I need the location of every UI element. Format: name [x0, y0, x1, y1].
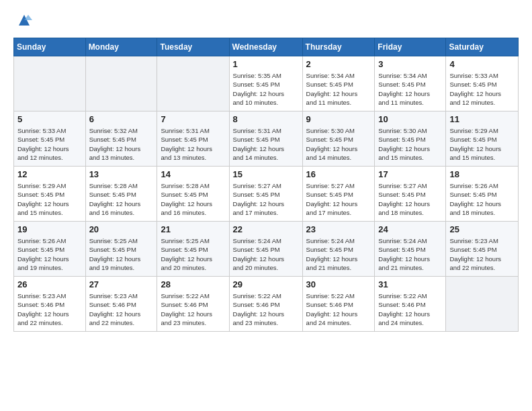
day-info: Sunrise: 5:22 AM Sunset: 5:46 PM Dayligh… [233, 291, 299, 327]
day-cell-4: 4Sunrise: 5:33 AM Sunset: 5:45 PM Daylig… [446, 56, 519, 111]
empty-cell [14, 56, 86, 111]
week-row-3: 12Sunrise: 5:29 AM Sunset: 5:45 PM Dayli… [14, 167, 519, 222]
day-cell-16: 16Sunrise: 5:27 AM Sunset: 5:45 PM Dayli… [302, 167, 375, 222]
day-info: Sunrise: 5:26 AM Sunset: 5:45 PM Dayligh… [17, 236, 82, 272]
day-info: Sunrise: 5:27 AM Sunset: 5:45 PM Dayligh… [306, 181, 371, 217]
day-info: Sunrise: 5:32 AM Sunset: 5:45 PM Dayligh… [89, 126, 154, 162]
day-cell-15: 15Sunrise: 5:27 AM Sunset: 5:45 PM Dayli… [229, 167, 302, 222]
day-info: Sunrise: 5:31 AM Sunset: 5:45 PM Dayligh… [233, 126, 299, 162]
day-info: Sunrise: 5:33 AM Sunset: 5:45 PM Dayligh… [449, 71, 515, 107]
day-number: 9 [306, 114, 371, 124]
day-info: Sunrise: 5:23 AM Sunset: 5:46 PM Dayligh… [89, 291, 154, 327]
day-cell-27: 27Sunrise: 5:23 AM Sunset: 5:46 PM Dayli… [85, 277, 157, 332]
day-number: 24 [378, 224, 442, 234]
weekday-header-tuesday: Tuesday [157, 38, 229, 56]
weekday-header-sunday: Sunday [14, 38, 86, 56]
week-row-1: 1Sunrise: 5:35 AM Sunset: 5:45 PM Daylig… [14, 56, 519, 111]
day-info: Sunrise: 5:25 AM Sunset: 5:45 PM Dayligh… [161, 236, 225, 272]
day-cell-17: 17Sunrise: 5:27 AM Sunset: 5:45 PM Dayli… [375, 167, 446, 222]
day-info: Sunrise: 5:27 AM Sunset: 5:45 PM Dayligh… [378, 181, 442, 217]
day-cell-9: 9Sunrise: 5:30 AM Sunset: 5:45 PM Daylig… [302, 111, 375, 167]
day-cell-2: 2Sunrise: 5:34 AM Sunset: 5:45 PM Daylig… [302, 56, 375, 111]
page: SundayMondayTuesdayWednesdayThursdayFrid… [0, 0, 532, 342]
day-number: 28 [161, 279, 225, 289]
day-number: 16 [306, 169, 371, 179]
day-info: Sunrise: 5:22 AM Sunset: 5:46 PM Dayligh… [378, 291, 442, 327]
day-number: 5 [17, 114, 82, 124]
day-number: 22 [233, 224, 299, 234]
day-number: 26 [17, 279, 82, 289]
week-row-4: 19Sunrise: 5:26 AM Sunset: 5:45 PM Dayli… [14, 222, 519, 277]
calendar-table: SundayMondayTuesdayWednesdayThursdayFrid… [13, 38, 519, 332]
day-cell-6: 6Sunrise: 5:32 AM Sunset: 5:45 PM Daylig… [85, 111, 157, 167]
day-number: 31 [378, 279, 442, 289]
day-cell-21: 21Sunrise: 5:25 AM Sunset: 5:45 PM Dayli… [157, 222, 229, 277]
day-number: 25 [449, 224, 515, 234]
header [13, 11, 519, 30]
day-cell-26: 26Sunrise: 5:23 AM Sunset: 5:46 PM Dayli… [14, 277, 86, 332]
day-number: 13 [89, 169, 154, 179]
day-number: 14 [161, 169, 225, 179]
day-number: 10 [378, 114, 442, 124]
weekday-header-monday: Monday [85, 38, 157, 56]
empty-cell [157, 56, 229, 111]
day-info: Sunrise: 5:35 AM Sunset: 5:45 PM Dayligh… [233, 71, 299, 107]
day-number: 18 [449, 169, 515, 179]
day-cell-8: 8Sunrise: 5:31 AM Sunset: 5:45 PM Daylig… [229, 111, 302, 167]
day-cell-20: 20Sunrise: 5:25 AM Sunset: 5:45 PM Dayli… [85, 222, 157, 277]
day-info: Sunrise: 5:28 AM Sunset: 5:45 PM Dayligh… [161, 181, 225, 217]
day-cell-29: 29Sunrise: 5:22 AM Sunset: 5:46 PM Dayli… [229, 277, 302, 332]
day-info: Sunrise: 5:31 AM Sunset: 5:45 PM Dayligh… [161, 126, 225, 162]
day-number: 8 [233, 114, 299, 124]
day-number: 30 [306, 279, 371, 289]
day-number: 27 [89, 279, 154, 289]
week-row-5: 26Sunrise: 5:23 AM Sunset: 5:46 PM Dayli… [14, 277, 519, 332]
day-info: Sunrise: 5:22 AM Sunset: 5:46 PM Dayligh… [161, 291, 225, 327]
week-row-2: 5Sunrise: 5:33 AM Sunset: 5:45 PM Daylig… [14, 111, 519, 167]
day-number: 6 [89, 114, 154, 124]
day-number: 11 [449, 114, 515, 124]
day-info: Sunrise: 5:24 AM Sunset: 5:45 PM Dayligh… [233, 236, 299, 272]
weekday-header-row: SundayMondayTuesdayWednesdayThursdayFrid… [14, 38, 519, 56]
day-info: Sunrise: 5:30 AM Sunset: 5:45 PM Dayligh… [306, 126, 371, 162]
day-number: 17 [378, 169, 442, 179]
day-cell-31: 31Sunrise: 5:22 AM Sunset: 5:46 PM Dayli… [375, 277, 446, 332]
day-info: Sunrise: 5:34 AM Sunset: 5:45 PM Dayligh… [378, 71, 442, 107]
day-number: 12 [17, 169, 82, 179]
empty-cell [85, 56, 157, 111]
day-info: Sunrise: 5:30 AM Sunset: 5:45 PM Dayligh… [378, 126, 442, 162]
day-cell-1: 1Sunrise: 5:35 AM Sunset: 5:45 PM Daylig… [229, 56, 302, 111]
day-info: Sunrise: 5:26 AM Sunset: 5:45 PM Dayligh… [449, 181, 515, 217]
day-info: Sunrise: 5:22 AM Sunset: 5:46 PM Dayligh… [306, 291, 371, 327]
day-cell-5: 5Sunrise: 5:33 AM Sunset: 5:45 PM Daylig… [14, 111, 86, 167]
empty-cell [446, 277, 519, 332]
day-number: 21 [161, 224, 225, 234]
weekday-header-friday: Friday [375, 38, 446, 56]
day-info: Sunrise: 5:23 AM Sunset: 5:45 PM Dayligh… [449, 236, 515, 272]
day-info: Sunrise: 5:29 AM Sunset: 5:45 PM Dayligh… [17, 181, 82, 217]
day-cell-3: 3Sunrise: 5:34 AM Sunset: 5:45 PM Daylig… [375, 56, 446, 111]
day-info: Sunrise: 5:23 AM Sunset: 5:46 PM Dayligh… [17, 291, 82, 327]
day-cell-24: 24Sunrise: 5:24 AM Sunset: 5:45 PM Dayli… [375, 222, 446, 277]
day-number: 4 [449, 59, 515, 69]
day-cell-12: 12Sunrise: 5:29 AM Sunset: 5:45 PM Dayli… [14, 167, 86, 222]
day-info: Sunrise: 5:25 AM Sunset: 5:45 PM Dayligh… [89, 236, 154, 272]
day-info: Sunrise: 5:24 AM Sunset: 5:45 PM Dayligh… [378, 236, 442, 272]
day-number: 7 [161, 114, 225, 124]
day-info: Sunrise: 5:34 AM Sunset: 5:45 PM Dayligh… [306, 71, 371, 107]
day-info: Sunrise: 5:24 AM Sunset: 5:45 PM Dayligh… [306, 236, 371, 272]
day-cell-23: 23Sunrise: 5:24 AM Sunset: 5:45 PM Dayli… [302, 222, 375, 277]
day-number: 2 [306, 59, 371, 69]
day-cell-22: 22Sunrise: 5:24 AM Sunset: 5:45 PM Dayli… [229, 222, 302, 277]
day-number: 15 [233, 169, 299, 179]
day-cell-7: 7Sunrise: 5:31 AM Sunset: 5:45 PM Daylig… [157, 111, 229, 167]
day-number: 1 [233, 59, 299, 69]
day-cell-28: 28Sunrise: 5:22 AM Sunset: 5:46 PM Dayli… [157, 277, 229, 332]
day-number: 23 [306, 224, 371, 234]
day-info: Sunrise: 5:27 AM Sunset: 5:45 PM Dayligh… [233, 181, 299, 217]
day-cell-14: 14Sunrise: 5:28 AM Sunset: 5:45 PM Dayli… [157, 167, 229, 222]
day-cell-13: 13Sunrise: 5:28 AM Sunset: 5:45 PM Dayli… [85, 167, 157, 222]
day-number: 20 [89, 224, 154, 234]
day-number: 3 [378, 59, 442, 69]
day-number: 29 [233, 279, 299, 289]
